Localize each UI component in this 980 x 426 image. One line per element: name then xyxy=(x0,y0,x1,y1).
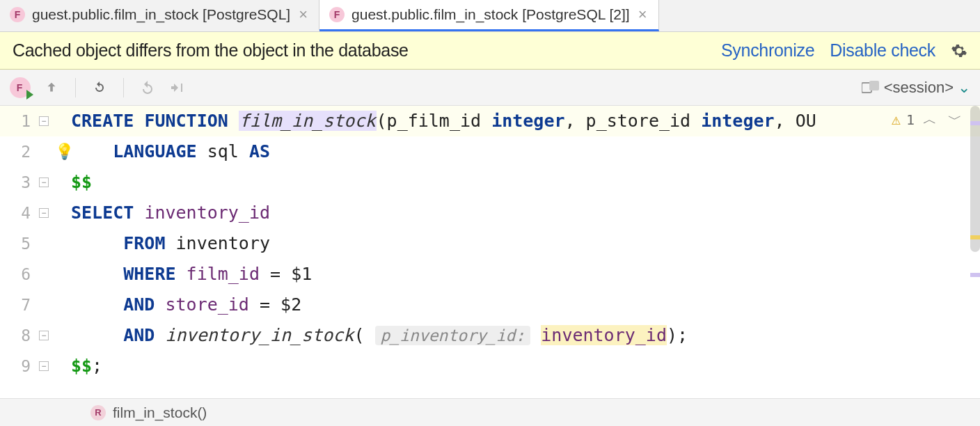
chevron-up-icon[interactable]: ︿ xyxy=(920,110,940,129)
synchronize-link[interactable]: Synchronize xyxy=(721,40,814,61)
tab-label: guest.public.film_in_stock [PostgreSQL [… xyxy=(351,6,630,23)
marker[interactable] xyxy=(970,235,980,239)
chevron-down-icon: ⌄ xyxy=(958,79,970,97)
tab-file-2[interactable]: F guest.public.film_in_stock [PostgreSQL… xyxy=(319,0,658,31)
editor-tabs: F guest.public.film_in_stock [PostgreSQL… xyxy=(0,0,980,32)
disable-check-link[interactable]: Disable check xyxy=(830,40,935,61)
scrollbar-thumb[interactable] xyxy=(970,106,980,252)
fold-icon[interactable]: − xyxy=(39,178,49,187)
line-number: 3 xyxy=(0,167,39,198)
close-icon[interactable]: × xyxy=(637,6,649,24)
line-number: 6 xyxy=(0,259,39,290)
svg-rect-1 xyxy=(869,81,879,90)
step-icon[interactable] xyxy=(168,78,188,97)
fold-icon[interactable]: − xyxy=(39,116,49,126)
line-number: 7 xyxy=(0,290,39,320)
inspection-badge[interactable]: ⚠ 1 ︿ ﹀ xyxy=(892,110,965,129)
breadcrumb-text[interactable]: film_in_stock() xyxy=(113,404,207,421)
session-icon xyxy=(862,81,880,95)
editor-toolbar: F <session> ⌄ xyxy=(0,70,980,106)
gear-icon[interactable] xyxy=(951,42,967,59)
breadcrumb-bar: R film_in_stock() xyxy=(0,398,980,426)
line-number: 5 xyxy=(0,228,39,259)
line-number: 2 xyxy=(0,136,39,167)
fold-icon[interactable]: − xyxy=(39,331,49,340)
session-label: <session> xyxy=(884,79,954,97)
code-editor[interactable]: 1− 2💡 3− 4− 5 6 7 8− 9− CREATE FUNCTION … xyxy=(0,106,980,398)
banner-message: Cached object differs from the object in… xyxy=(13,40,706,61)
separator xyxy=(75,78,76,97)
warning-icon: ⚠ xyxy=(892,111,901,128)
separator xyxy=(123,78,124,97)
code-area[interactable]: CREATE FUNCTION film_in_stock(p_film_id … xyxy=(71,106,980,398)
tab-file-1[interactable]: F guest.public.film_in_stock [PostgreSQL… xyxy=(0,0,319,31)
marker[interactable] xyxy=(970,273,980,277)
gutter: 1− 2💡 3− 4− 5 6 7 8− 9− xyxy=(0,106,71,398)
function-icon: F xyxy=(329,7,345,22)
fold-icon[interactable]: − xyxy=(39,361,49,371)
function-icon: F xyxy=(10,7,25,22)
refresh-icon[interactable] xyxy=(90,78,109,97)
upload-icon[interactable] xyxy=(42,78,61,97)
marker[interactable] xyxy=(970,121,980,125)
run-button[interactable]: F xyxy=(10,77,31,98)
line-number: 4 xyxy=(0,198,39,228)
routine-icon: R xyxy=(90,405,106,420)
chevron-down-icon[interactable]: ﹀ xyxy=(945,110,965,129)
undo-icon[interactable] xyxy=(138,78,157,97)
close-icon[interactable]: × xyxy=(297,6,309,24)
session-selector[interactable]: <session> ⌄ xyxy=(862,79,970,97)
fold-icon[interactable]: − xyxy=(39,208,49,218)
line-number: 9 xyxy=(0,351,39,381)
parameter-hint: p_inventory_id: xyxy=(375,326,531,345)
warning-count: 1 xyxy=(906,111,915,128)
line-number: 8 xyxy=(0,320,39,351)
notification-banner: Cached object differs from the object in… xyxy=(0,32,980,70)
line-number: 1 xyxy=(0,106,39,136)
error-stripe[interactable] xyxy=(970,106,980,398)
tab-label: guest.public.film_in_stock [PostgreSQL] xyxy=(32,6,290,23)
